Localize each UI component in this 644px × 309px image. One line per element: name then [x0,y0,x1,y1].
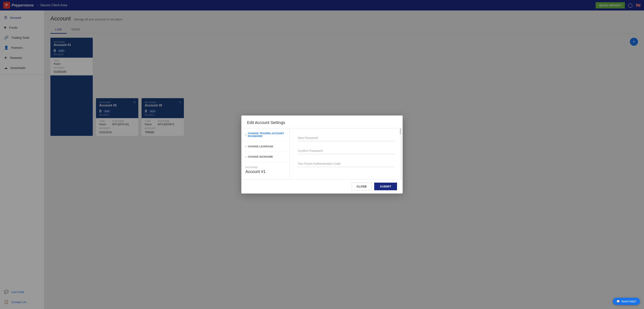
two-factor-field [298,160,394,167]
modal-header: Edit Account Settings [241,116,403,128]
submit-button[interactable]: SUBMIT [374,182,397,190]
edit-account-modal: Edit Account Settings › CHANGE TRADING A… [241,116,403,194]
confirm-password-field [298,147,394,154]
need-help-widget[interactable]: 💬 Need Help? [613,298,640,305]
modal-nickname-value: Account #1 [246,169,286,174]
modal-menu-change-leverage[interactable]: › CHANGE LEVERAGE [241,142,290,152]
modal-menu-change-password[interactable]: › CHANGE TRADING ACCOUNT PASSWORD [241,128,290,142]
modal-sidebar: › CHANGE TRADING ACCOUNT PASSWORD › CHAN… [241,128,290,179]
new-password-input[interactable] [298,134,394,141]
need-help-label: Need Help? [622,300,636,303]
modal-form-content [290,128,403,179]
modal-overlay[interactable]: Edit Account Settings › CHANGE TRADING A… [0,0,644,309]
modal-menu-change-leverage-label: CHANGE LEVERAGE [248,145,273,148]
two-factor-input[interactable] [298,160,394,167]
modal-menu-change-nickname[interactable]: › CHANGE NICKNAME [241,152,290,162]
confirm-password-input[interactable] [298,147,394,154]
chevron-right-icon-nickname: › [246,156,246,158]
modal-nickname-section: NICKNAME Account #1 [241,162,290,178]
modal-menu-change-password-label: CHANGE TRADING ACCOUNT PASSWORD [248,132,286,138]
chevron-right-icon-password: › [246,134,246,136]
close-button[interactable]: CLOSE [352,182,372,190]
chevron-right-icon-leverage: › [246,145,246,148]
modal-scrollbar-track[interactable] [401,128,402,179]
new-password-field [298,134,394,141]
chat-bubble-icon: 💬 [616,300,620,303]
modal-body: › CHANGE TRADING ACCOUNT PASSWORD › CHAN… [241,128,403,179]
modal-footer: CLOSE SUBMIT [241,179,403,194]
modal-scrollbar-thumb[interactable] [400,128,401,134]
modal-menu-change-nickname-label: CHANGE NICKNAME [248,156,273,158]
modal-nickname-label: NICKNAME [246,166,286,168]
